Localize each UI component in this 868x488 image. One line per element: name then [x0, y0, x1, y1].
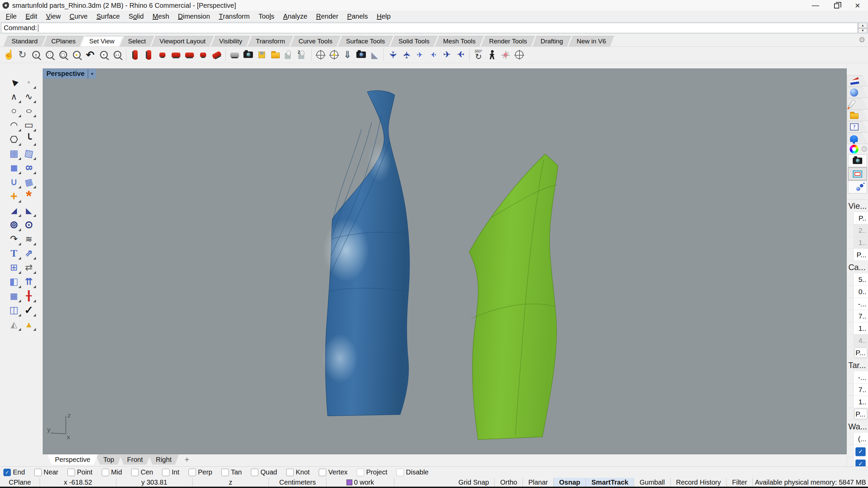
text-tool-icon[interactable]: T	[6, 246, 21, 260]
osnap-checkbox-quad[interactable]	[251, 469, 258, 476]
plan-view-bottom-icon[interactable]: ✈	[399, 48, 413, 62]
primitives-icon[interactable]: ◭	[6, 317, 21, 331]
plan-view-top-icon[interactable]: ✈	[386, 48, 399, 62]
menu-analyze[interactable]: Analyze	[279, 11, 312, 22]
osnap-int[interactable]: Int	[162, 468, 179, 476]
restore-button[interactable]	[826, 0, 847, 11]
toolbar-settings-gear-icon[interactable]: ⚙	[859, 36, 865, 44]
rotate-view-icon[interactable]: ↻	[16, 48, 29, 62]
osnap-end[interactable]: ✓End	[3, 468, 25, 476]
osnap-checkbox-disable[interactable]	[396, 469, 404, 476]
osnap-quad[interactable]: Quad	[251, 468, 277, 476]
notifications-panel-tab[interactable]	[847, 133, 868, 144]
property-row[interactable]: P..	[847, 212, 868, 224]
explode-tool-icon[interactable]: *	[21, 189, 36, 203]
status-cplane[interactable]: CPlane	[0, 478, 40, 487]
osnap-disable[interactable]: Disable	[396, 468, 429, 476]
close-button[interactable]: ×	[847, 0, 868, 11]
turntable-360-icon[interactable]: 360°↻	[472, 48, 485, 62]
circle-tool-icon[interactable]: ○	[6, 104, 21, 118]
osnap-checkbox-tan[interactable]	[221, 469, 229, 476]
cplane-origin-icon[interactable]	[327, 48, 341, 62]
zoom-selected-icon[interactable]: ●	[70, 48, 83, 62]
toolbar-tab-solid-tools[interactable]: Solid Tools	[390, 36, 438, 46]
joints-button[interactable]	[848, 181, 867, 194]
arc-tool-icon[interactable]: ◠	[6, 118, 21, 132]
command-history-down-button[interactable]: ▼	[858, 28, 867, 34]
osnap-mid[interactable]: Mid	[102, 468, 122, 476]
property-row[interactable]: (...	[847, 433, 868, 445]
toolbar-tab-render-tools[interactable]: Render Tools	[481, 36, 535, 46]
menu-mesh[interactable]: Mesh	[148, 11, 174, 22]
zoom-1to1-icon[interactable]: 1:1	[111, 48, 124, 62]
property-row[interactable]: 5..	[847, 273, 868, 286]
menu-help[interactable]: Help	[372, 11, 395, 22]
zoom-window-icon[interactable]: ▢	[56, 48, 70, 62]
osnap-checkbox-end[interactable]: ✓	[3, 469, 11, 476]
menu-solid[interactable]: Solid	[124, 11, 148, 22]
help-panel-tab[interactable]: ?	[847, 121, 868, 133]
toolbar-tab-transform[interactable]: Transform	[248, 36, 293, 46]
patch-tool-icon[interactable]: ▦	[21, 175, 36, 189]
cylinder-tool-icon[interactable]: ∪	[6, 175, 21, 189]
osnap-vertex[interactable]: Vertex	[319, 468, 348, 476]
osnap-checkbox-project[interactable]	[357, 469, 364, 476]
extend-curve-icon[interactable]: ↷	[6, 232, 21, 246]
toolbar-tab-mesh-tools[interactable]: Mesh Tools	[435, 36, 484, 46]
status-record-history[interactable]: Record History	[671, 478, 727, 487]
osnap-point[interactable]: Point	[67, 468, 93, 476]
menu-edit[interactable]: Edit	[21, 11, 41, 22]
status-0-work[interactable]: 0 work	[327, 478, 394, 487]
property-row[interactable]: 4..	[847, 334, 868, 347]
boolean-puzzle-icon[interactable]: +	[6, 189, 21, 203]
property-row[interactable]: 2..	[847, 224, 868, 237]
menu-transform[interactable]: Transform	[214, 11, 254, 22]
menu-render[interactable]: Render	[312, 11, 343, 22]
osnap-checkbox-int[interactable]	[162, 469, 170, 476]
toolbar-tab-select[interactable]: Select	[120, 36, 154, 46]
toolbar-tab-new-in-v6[interactable]: New in V6	[569, 36, 614, 46]
boolean-difference-icon[interactable]: ⊙	[21, 218, 36, 232]
property-checkbox-row[interactable]: ✓	[847, 445, 868, 457]
compass-icon[interactable]	[512, 48, 526, 62]
plan-view-back-icon[interactable]: ✈	[427, 48, 440, 62]
plan-view-front-icon[interactable]: ✈	[413, 48, 427, 62]
toolbar-tab-drafting[interactable]: Drafting	[532, 36, 571, 46]
bottom-view-icon[interactable]	[142, 48, 156, 62]
panel-settings-gear-icon[interactable]: ⚙	[861, 144, 868, 154]
toolbar-tab-cplanes[interactable]: CPlanes	[43, 36, 84, 46]
project-to-cplane-icon[interactable]: ⇓	[341, 48, 354, 62]
plan-view-left-icon[interactable]: ✈	[440, 48, 454, 62]
command-input[interactable]: Command:	[1, 23, 858, 33]
status-osnap[interactable]: Osnap	[554, 478, 586, 487]
split-tool-icon[interactable]: ◫	[6, 303, 21, 317]
green-surface[interactable]	[469, 154, 558, 440]
materials-panel-tab[interactable]	[847, 98, 868, 109]
menu-curve[interactable]: Curve	[65, 11, 92, 22]
osnap-checkbox-knot[interactable]	[286, 469, 294, 476]
rotate-mirror-icon[interactable]: ⇄	[21, 260, 36, 274]
swept-surface-icon[interactable]: ▨	[21, 146, 36, 161]
viewport-tab-top[interactable]: Top	[96, 454, 122, 465]
undo-view-change-icon[interactable]: ↶	[83, 48, 97, 62]
offset-curve-icon[interactable]: ≋	[21, 232, 36, 246]
two-point-perspective-icon[interactable]: ▦2	[296, 48, 309, 62]
save-named-view-icon[interactable]	[255, 48, 269, 62]
array-tool-icon[interactable]: ▦	[6, 289, 21, 303]
osnap-checkbox-cen[interactable]	[131, 469, 139, 476]
viewport-properties-button[interactable]	[848, 167, 867, 180]
toolbar-tab-set-view[interactable]: Set View	[81, 36, 123, 46]
properties-panel-tab[interactable]	[847, 75, 868, 86]
toolbar-tab-visibility[interactable]: Visibility	[211, 36, 250, 46]
front-view-icon[interactable]	[156, 48, 169, 62]
osnap-near[interactable]: Near	[34, 468, 58, 476]
viewport-canvas[interactable]	[43, 69, 846, 454]
checkbox-checked[interactable]: ✓	[855, 447, 866, 456]
property-row[interactable]: -...	[847, 298, 868, 310]
property-row[interactable]: -...	[847, 371, 868, 384]
osnap-knot[interactable]: Knot	[286, 468, 310, 476]
top-view-icon[interactable]	[129, 48, 142, 62]
set-cplane-icon[interactable]	[314, 48, 327, 62]
display-panel-tab[interactable]	[847, 87, 868, 98]
osnap-tan[interactable]: Tan	[221, 468, 242, 476]
